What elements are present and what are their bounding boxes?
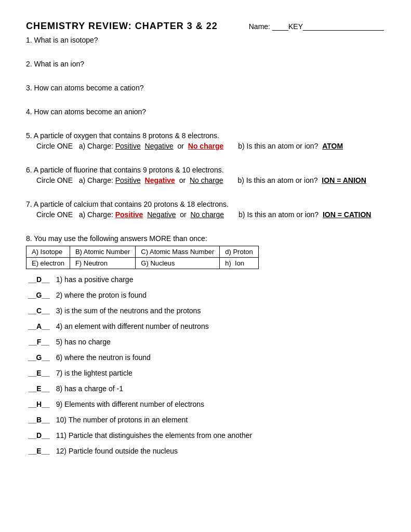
- q6-text: 6. A particle of fluorine that contains …: [26, 166, 385, 174]
- q2-text: 2. What is an ion?: [26, 60, 385, 68]
- fill-item-9: __H__ 9) Elements with different number …: [26, 400, 385, 408]
- fill-item-3: __C__ 3) is the sum of the neutrons and …: [26, 307, 385, 315]
- q5-circle-label: Circle ONE a) Charge: Positive Negative …: [36, 142, 223, 150]
- q5-b-label: b) Is this an atom or ion? ATOM: [238, 142, 343, 150]
- fill-item-10: __B__ 10) The number of protons in an el…: [26, 416, 385, 424]
- fill-item-1: __D__ 1) has a positive charge: [26, 275, 385, 284]
- fill-text-2: 2) where the proton is found: [52, 291, 147, 299]
- fill-item-5: __F__ 5) has no charge: [26, 338, 385, 346]
- fill-text-11: 11) Particle that distinguishes the elem…: [52, 431, 252, 440]
- q7-circle-label: Circle ONE a) Charge: Positive Negative …: [36, 210, 224, 219]
- q6-charge-row: Circle ONE a) Charge: Positive Negative …: [26, 176, 385, 184]
- question-7: 7. A particle of calcium that contains 2…: [26, 200, 385, 219]
- fill-text-12: 12) Particle found outside the nucleus: [52, 447, 178, 455]
- question-5: 5. A particle of oxygen that contains 8 …: [26, 131, 385, 150]
- q7-charge-row: Circle ONE a) Charge: Positive Negative …: [26, 210, 385, 219]
- table-cell: d) Proton: [220, 246, 258, 258]
- q7-text: 7. A particle of calcium that contains 2…: [26, 200, 385, 208]
- name-line: Name: ____KEY____________________: [249, 21, 384, 31]
- q4-text: 4. How can atoms become an anion?: [26, 108, 385, 116]
- table-cell: A) Isotope: [26, 246, 70, 258]
- fill-blank-9: __H__: [26, 400, 52, 408]
- fill-items-container: __D__ 1) has a positive charge __G__ 2) …: [26, 275, 385, 455]
- fill-blank-11: __D__: [26, 431, 52, 440]
- q6-b-label: b) Is this an atom or ion? ION = ANION: [238, 176, 366, 184]
- question-1: 1. What is an isotope?: [26, 36, 385, 44]
- fill-blank-12: __E__: [26, 447, 52, 455]
- table-cell: F) Neutron: [70, 258, 135, 269]
- question-3: 3. How can atoms become a cation?: [26, 84, 385, 92]
- fill-text-4: 4) an element with different number of n…: [52, 322, 209, 330]
- fill-item-8: __E__ 8) has a charge of -1: [26, 384, 385, 393]
- fill-item-4: __A__ 4) an element with different numbe…: [26, 322, 385, 330]
- table-cell: h) Ion: [220, 258, 258, 269]
- q3-text: 3. How can atoms become a cation?: [26, 84, 385, 92]
- fill-blank-10: __B__: [26, 416, 52, 424]
- fill-text-6: 6) where the neutron is found: [52, 353, 151, 362]
- table-cell: E) electron: [26, 258, 70, 269]
- fill-blank-1: __D__: [26, 275, 52, 284]
- page-header: Chemistry Review: Chapter 3 & 22 Name: _…: [26, 21, 385, 32]
- page-title: Chemistry Review: Chapter 3 & 22: [26, 21, 218, 32]
- q7-b-label: b) Is this an atom or ion? ION = CATION: [238, 210, 371, 219]
- fill-item-12: __E__ 12) Particle found outside the nuc…: [26, 447, 385, 455]
- fill-blank-7: __E__: [26, 369, 52, 377]
- question-2: 2. What is an ion?: [26, 60, 385, 68]
- fill-text-5: 5) has no charge: [52, 338, 111, 346]
- fill-text-1: 1) has a positive charge: [52, 275, 133, 284]
- fill-blank-4: __A__: [26, 322, 52, 330]
- question-6: 6. A particle of fluorine that contains …: [26, 166, 385, 184]
- q5-text: 5. A particle of oxygen that contains 8 …: [26, 131, 385, 140]
- q1-text: 1. What is an isotope?: [26, 36, 385, 44]
- fill-blank-8: __E__: [26, 384, 52, 393]
- fill-item-6: __G__ 6) where the neutron is found: [26, 353, 385, 362]
- fill-text-10: 10) The number of protons in an element: [52, 416, 188, 424]
- fill-text-9: 9) Elements with different number of ele…: [52, 400, 204, 408]
- fill-item-11: __D__ 11) Particle that distinguishes th…: [26, 431, 385, 440]
- fill-text-3: 3) is the sum of the neutrons and the pr…: [52, 307, 201, 315]
- question-8: 8. You may use the following answers MOR…: [26, 234, 385, 455]
- fill-text-8: 8) has a charge of -1: [52, 384, 123, 393]
- fill-blank-5: __F__: [26, 338, 52, 346]
- fill-text-7: 7) is the lightest particle: [52, 369, 132, 377]
- q5-charge-row: Circle ONE a) Charge: Positive Negative …: [26, 142, 385, 150]
- fill-item-7: __E__ 7) is the lightest particle: [26, 369, 385, 377]
- question-4: 4. How can atoms become an anion?: [26, 108, 385, 116]
- table-cell: B) Atomic Number: [70, 246, 135, 258]
- fill-blank-3: __C__: [26, 307, 52, 315]
- table-cell: G) Nucleus: [136, 258, 220, 269]
- table-cell: C) Atomic Mass Number: [136, 246, 220, 258]
- fill-blank-2: __G__: [26, 291, 52, 299]
- fill-item-2: __G__ 2) where the proton is found: [26, 291, 385, 299]
- q8-intro: 8. You may use the following answers MOR…: [26, 234, 385, 243]
- answer-table: A) Isotope B) Atomic Number C) Atomic Ma…: [26, 246, 259, 269]
- fill-blank-6: __G__: [26, 353, 52, 362]
- q6-circle-label: Circle ONE a) Charge: Positive Negative …: [36, 176, 223, 184]
